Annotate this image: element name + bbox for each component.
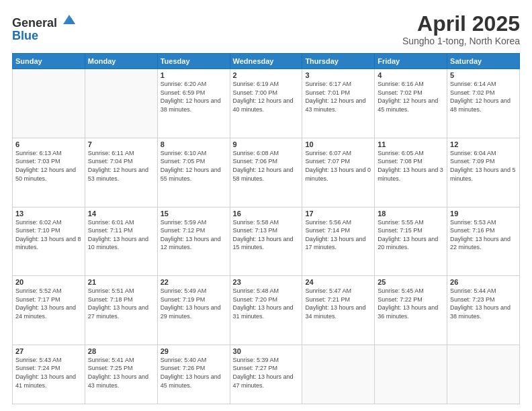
day-number: 2 <box>233 71 300 79</box>
calendar-cell-9: 8 Sunrise: 6:10 AMSunset: 7:05 PMDayligh… <box>157 138 230 207</box>
day-detail: Sunrise: 5:44 AMSunset: 7:23 PMDaylight:… <box>450 287 511 320</box>
calendar-cell-6: 5 Sunrise: 6:14 AMSunset: 7:02 PMDayligh… <box>447 69 520 138</box>
day-number: 23 <box>233 278 300 286</box>
calendar-cell-22: 21 Sunrise: 5:51 AMSunset: 7:18 PMDaylig… <box>85 276 157 345</box>
day-detail: Sunrise: 6:17 AMSunset: 7:01 PMDaylight:… <box>305 81 365 113</box>
calendar-cell-28: 27 Sunrise: 5:43 AMSunset: 7:24 PMDaylig… <box>13 345 85 404</box>
day-number: 12 <box>450 140 517 148</box>
calendar-cell-25: 24 Sunrise: 5:47 AMSunset: 7:21 PMDaylig… <box>302 276 375 345</box>
calendar-cell-19: 18 Sunrise: 5:55 AMSunset: 7:15 PMDaylig… <box>375 207 447 276</box>
day-detail: Sunrise: 6:07 AMSunset: 7:07 PMDaylight:… <box>305 150 371 182</box>
day-number: 4 <box>378 71 444 79</box>
calendar-cell-23: 22 Sunrise: 5:49 AMSunset: 7:19 PMDaylig… <box>157 276 230 345</box>
calendar-row-4: 20 Sunrise: 5:52 AMSunset: 7:17 PMDaylig… <box>13 276 520 345</box>
logo-blue: Blue <box>12 29 38 42</box>
calendar-table: Sunday Monday Tuesday Wednesday Thursday… <box>12 53 520 404</box>
day-detail: Sunrise: 6:10 AMSunset: 7:05 PMDaylight:… <box>161 150 221 182</box>
day-detail: Sunrise: 5:58 AMSunset: 7:13 PMDaylight:… <box>233 219 294 251</box>
day-number: 30 <box>233 347 300 355</box>
day-number: 19 <box>450 210 517 218</box>
col-tuesday: Tuesday <box>157 54 230 69</box>
day-detail: Sunrise: 6:20 AMSunset: 6:59 PMDaylight:… <box>161 81 221 113</box>
calendar-cell-14: 13 Sunrise: 6:02 AMSunset: 7:10 PMDaylig… <box>13 207 85 276</box>
day-number: 17 <box>305 210 371 218</box>
logo: General Blue <box>12 12 77 42</box>
calendar-cell-17: 16 Sunrise: 5:58 AMSunset: 7:13 PMDaylig… <box>230 207 302 276</box>
calendar-cell-1 <box>85 69 157 138</box>
day-detail: Sunrise: 6:13 AMSunset: 7:03 PMDaylight:… <box>15 150 76 182</box>
calendar-row-3: 13 Sunrise: 6:02 AMSunset: 7:10 PMDaylig… <box>13 207 520 276</box>
calendar-cell-0 <box>13 69 85 138</box>
month-title: April 2025 <box>402 12 520 36</box>
calendar-cell-24: 23 Sunrise: 5:48 AMSunset: 7:20 PMDaylig… <box>230 276 302 345</box>
day-number: 20 <box>15 278 82 286</box>
calendar-cell-21: 20 Sunrise: 5:52 AMSunset: 7:17 PMDaylig… <box>13 276 85 345</box>
calendar-row-5: 27 Sunrise: 5:43 AMSunset: 7:24 PMDaylig… <box>13 345 520 404</box>
calendar-cell-30: 29 Sunrise: 5:40 AMSunset: 7:26 PMDaylig… <box>157 345 230 404</box>
col-wednesday: Wednesday <box>230 54 302 69</box>
day-detail: Sunrise: 5:59 AMSunset: 7:12 PMDaylight:… <box>161 219 221 251</box>
calendar-cell-12: 11 Sunrise: 6:05 AMSunset: 7:08 PMDaylig… <box>375 138 447 207</box>
calendar-cell-34 <box>447 345 520 404</box>
calendar-cell-33 <box>375 345 447 404</box>
day-number: 3 <box>305 71 371 79</box>
header: General Blue April 2025 Sungho 1-tong, N… <box>12 12 520 46</box>
calendar-cell-7: 6 Sunrise: 6:13 AMSunset: 7:03 PMDayligh… <box>13 138 85 207</box>
col-monday: Monday <box>85 54 157 69</box>
day-detail: Sunrise: 5:41 AMSunset: 7:25 PMDaylight:… <box>88 357 148 389</box>
day-number: 24 <box>305 278 371 286</box>
day-number: 21 <box>88 278 154 286</box>
day-detail: Sunrise: 5:51 AMSunset: 7:18 PMDaylight:… <box>88 287 148 320</box>
weekday-header-row: Sunday Monday Tuesday Wednesday Thursday… <box>13 54 520 69</box>
day-number: 25 <box>378 278 444 286</box>
day-detail: Sunrise: 5:43 AMSunset: 7:24 PMDaylight:… <box>15 357 76 389</box>
day-detail: Sunrise: 6:16 AMSunset: 7:02 PMDaylight:… <box>378 81 438 113</box>
calendar-cell-31: 30 Sunrise: 5:39 AMSunset: 7:27 PMDaylig… <box>230 345 302 404</box>
calendar-row-2: 6 Sunrise: 6:13 AMSunset: 7:03 PMDayligh… <box>13 138 520 207</box>
day-number: 28 <box>88 347 154 355</box>
day-detail: Sunrise: 6:02 AMSunset: 7:10 PMDaylight:… <box>15 219 81 251</box>
calendar-cell-18: 17 Sunrise: 5:56 AMSunset: 7:14 PMDaylig… <box>302 207 375 276</box>
logo-icon <box>62 12 77 27</box>
day-detail: Sunrise: 5:40 AMSunset: 7:26 PMDaylight:… <box>161 357 221 389</box>
day-number: 7 <box>88 140 154 148</box>
day-number: 18 <box>378 210 444 218</box>
calendar-cell-15: 14 Sunrise: 6:01 AMSunset: 7:11 PMDaylig… <box>85 207 157 276</box>
day-number: 22 <box>161 278 227 286</box>
calendar-cell-5: 4 Sunrise: 6:16 AMSunset: 7:02 PMDayligh… <box>375 69 447 138</box>
day-detail: Sunrise: 5:56 AMSunset: 7:14 PMDaylight:… <box>305 219 365 251</box>
day-detail: Sunrise: 6:11 AMSunset: 7:04 PMDaylight:… <box>88 150 148 182</box>
day-detail: Sunrise: 5:45 AMSunset: 7:22 PMDaylight:… <box>378 287 438 320</box>
day-detail: Sunrise: 5:48 AMSunset: 7:20 PMDaylight:… <box>233 287 294 320</box>
day-number: 5 <box>450 71 517 79</box>
day-detail: Sunrise: 5:49 AMSunset: 7:19 PMDaylight:… <box>161 287 221 320</box>
calendar-cell-20: 19 Sunrise: 5:53 AMSunset: 7:16 PMDaylig… <box>447 207 520 276</box>
calendar-cell-26: 25 Sunrise: 5:45 AMSunset: 7:22 PMDaylig… <box>375 276 447 345</box>
day-number: 26 <box>450 278 517 286</box>
day-number: 1 <box>161 71 227 79</box>
calendar-cell-32 <box>302 345 375 404</box>
calendar-cell-11: 10 Sunrise: 6:07 AMSunset: 7:07 PMDaylig… <box>302 138 375 207</box>
calendar-cell-10: 9 Sunrise: 6:08 AMSunset: 7:06 PMDayligh… <box>230 138 302 207</box>
day-detail: Sunrise: 6:08 AMSunset: 7:06 PMDaylight:… <box>233 150 294 182</box>
logo-general: General <box>12 16 57 30</box>
day-number: 14 <box>88 210 154 218</box>
day-number: 11 <box>378 140 444 148</box>
day-detail: Sunrise: 5:55 AMSunset: 7:15 PMDaylight:… <box>378 219 438 251</box>
day-number: 16 <box>233 210 300 218</box>
day-number: 9 <box>233 140 300 148</box>
col-sunday: Sunday <box>13 54 85 69</box>
calendar-cell-3: 2 Sunrise: 6:19 AMSunset: 7:00 PMDayligh… <box>230 69 302 138</box>
day-detail: Sunrise: 6:05 AMSunset: 7:08 PMDaylight:… <box>378 150 443 182</box>
day-number: 6 <box>15 140 82 148</box>
day-detail: Sunrise: 6:01 AMSunset: 7:11 PMDaylight:… <box>88 219 148 251</box>
day-detail: Sunrise: 5:47 AMSunset: 7:21 PMDaylight:… <box>305 287 365 320</box>
calendar-cell-13: 12 Sunrise: 6:04 AMSunset: 7:09 PMDaylig… <box>447 138 520 207</box>
col-thursday: Thursday <box>302 54 375 69</box>
location: Sungho 1-tong, North Korea <box>402 36 520 46</box>
col-saturday: Saturday <box>447 54 520 69</box>
calendar-cell-27: 26 Sunrise: 5:44 AMSunset: 7:23 PMDaylig… <box>447 276 520 345</box>
calendar-cell-29: 28 Sunrise: 5:41 AMSunset: 7:25 PMDaylig… <box>85 345 157 404</box>
page: General Blue April 2025 Sungho 1-tong, N… <box>0 0 532 411</box>
day-detail: Sunrise: 5:53 AMSunset: 7:16 PMDaylight:… <box>450 219 511 251</box>
